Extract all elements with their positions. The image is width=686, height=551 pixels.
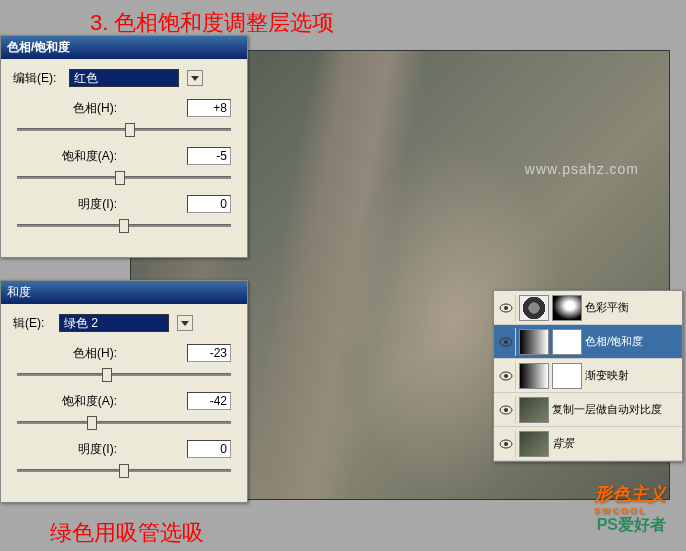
watermark-url: www.psahz.com bbox=[525, 161, 639, 177]
svg-point-9 bbox=[504, 442, 508, 446]
lightness-slider[interactable] bbox=[17, 217, 231, 233]
hue-sat-dialog-red: 色相/饱和度 编辑(E): 红色 色相(H): 饱和度(A): 明度(I): bbox=[0, 35, 248, 258]
mask-thumbnail bbox=[552, 329, 582, 355]
layer-row[interactable]: 背景 bbox=[494, 427, 682, 461]
hue-label: 色相(H): bbox=[17, 100, 117, 117]
hue-slider[interactable] bbox=[17, 121, 231, 137]
visibility-icon[interactable] bbox=[496, 362, 516, 390]
hue-slider[interactable] bbox=[17, 366, 231, 382]
lightness-label: 明度(I): bbox=[17, 196, 117, 213]
lightness-slider[interactable] bbox=[17, 462, 231, 478]
svg-point-1 bbox=[504, 306, 508, 310]
layer-name: 色相/饱和度 bbox=[585, 334, 680, 349]
lightness-input[interactable] bbox=[187, 195, 231, 213]
channel-select[interactable]: 红色 bbox=[69, 69, 179, 87]
mask-thumbnail bbox=[552, 363, 582, 389]
dialog-title-partial: 和度 bbox=[1, 281, 247, 304]
layer-thumbnail bbox=[519, 329, 549, 355]
layer-row[interactable]: 渐变映射 bbox=[494, 359, 682, 393]
lightness-input[interactable] bbox=[187, 440, 231, 458]
watermark-brand: 形色主义 SWCOOL bbox=[594, 482, 666, 516]
watermark-site: PS爱好者 bbox=[597, 515, 666, 536]
saturation-slider[interactable] bbox=[17, 414, 231, 430]
svg-point-5 bbox=[504, 374, 508, 378]
layer-thumbnail bbox=[519, 363, 549, 389]
edit-label: 辑(E): bbox=[13, 315, 53, 332]
layers-panel: 色彩平衡 色相/饱和度 渐变映射 复制一层做自动对比度 背景 bbox=[493, 290, 683, 462]
layer-thumbnail bbox=[519, 431, 549, 457]
layer-thumbnail bbox=[519, 397, 549, 423]
layer-row[interactable]: 色相/饱和度 bbox=[494, 325, 682, 359]
lightness-label: 明度(I): bbox=[17, 441, 117, 458]
hue-input[interactable] bbox=[187, 99, 231, 117]
dialog-title: 色相/饱和度 bbox=[1, 36, 247, 59]
svg-point-7 bbox=[504, 408, 508, 412]
saturation-slider[interactable] bbox=[17, 169, 231, 185]
channel-select[interactable]: 绿色 2 bbox=[59, 314, 169, 332]
visibility-icon[interactable] bbox=[496, 430, 516, 458]
visibility-icon[interactable] bbox=[496, 294, 516, 322]
layer-thumbnail bbox=[519, 295, 549, 321]
annotation-top: 3. 色相饱和度调整层选项 bbox=[90, 8, 334, 38]
hue-input[interactable] bbox=[187, 344, 231, 362]
saturation-input[interactable] bbox=[187, 392, 231, 410]
annotation-bottom: 绿色用吸管选吸 bbox=[50, 518, 204, 548]
saturation-label: 饱和度(A): bbox=[17, 148, 117, 165]
mask-thumbnail bbox=[552, 295, 582, 321]
saturation-label: 饱和度(A): bbox=[17, 393, 117, 410]
layer-name: 背景 bbox=[552, 436, 680, 451]
layer-name: 复制一层做自动对比度 bbox=[552, 402, 680, 417]
layer-name: 渐变映射 bbox=[585, 368, 680, 383]
saturation-input[interactable] bbox=[187, 147, 231, 165]
layer-row[interactable]: 色彩平衡 bbox=[494, 291, 682, 325]
layer-row[interactable]: 复制一层做自动对比度 bbox=[494, 393, 682, 427]
hue-label: 色相(H): bbox=[17, 345, 117, 362]
edit-label: 编辑(E): bbox=[13, 70, 63, 87]
layer-name: 色彩平衡 bbox=[585, 300, 680, 315]
chevron-down-icon[interactable] bbox=[187, 70, 203, 86]
svg-point-3 bbox=[504, 340, 508, 344]
chevron-down-icon[interactable] bbox=[177, 315, 193, 331]
visibility-icon[interactable] bbox=[496, 328, 516, 356]
hue-sat-dialog-green: 和度 辑(E): 绿色 2 色相(H): 饱和度(A): 明度(I): bbox=[0, 280, 248, 503]
visibility-icon[interactable] bbox=[496, 396, 516, 424]
